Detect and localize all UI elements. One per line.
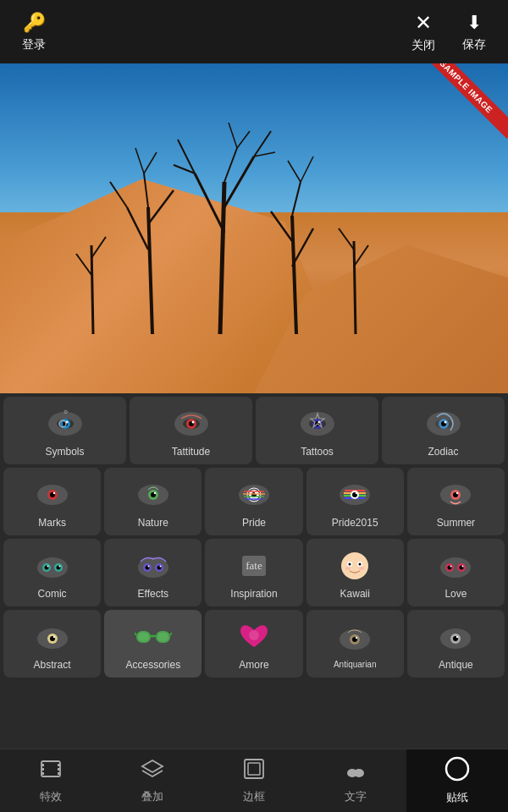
- close-icon: ✕: [415, 11, 432, 35]
- svg-line-26: [91, 245, 93, 334]
- sticker-marks[interactable]: Marks: [3, 468, 101, 535]
- close-button[interactable]: ✕ 关闭: [398, 4, 449, 60]
- layers-icon: [141, 757, 164, 786]
- sticker-summer[interactable]: Summer: [407, 468, 505, 535]
- dead-trees: [51, 80, 389, 334]
- save-button[interactable]: ⬇ 保存: [449, 5, 500, 59]
- svg-rect-139: [248, 763, 260, 775]
- svg-rect-135: [58, 764, 60, 766]
- nav-text[interactable]: 文字: [305, 749, 406, 812]
- svg-line-11: [127, 207, 148, 250]
- svg-point-59: [154, 492, 156, 494]
- sticker-love[interactable]: Love: [407, 539, 505, 606]
- sticker-inspiration[interactable]: fate Inspiration: [205, 539, 302, 606]
- svg-point-103: [359, 567, 364, 570]
- sticker-kawaii-label: Kawaii: [340, 588, 370, 600]
- sticker-kawaii[interactable]: Kawaii: [306, 539, 404, 606]
- svg-point-122: [249, 630, 259, 640]
- svg-point-81: [37, 557, 68, 578]
- svg-rect-121: [157, 633, 168, 641]
- svg-point-107: [450, 565, 452, 567]
- sticker-tattitude-label: Tattitude: [172, 446, 210, 458]
- svg-rect-132: [41, 764, 44, 766]
- svg-line-24: [354, 245, 368, 266]
- svg-rect-120: [138, 633, 149, 641]
- nav-effects-label: 特效: [40, 789, 62, 804]
- sticker-tattoos-label: Tattoos: [301, 446, 334, 458]
- save-icon: ⬇: [467, 12, 482, 34]
- nav-effects[interactable]: 特效: [0, 749, 102, 812]
- nav-overlay[interactable]: 叠加: [102, 749, 203, 812]
- sticker-tattoos[interactable]: Tattoos: [256, 397, 378, 464]
- sticker-pride[interactable]: Pride: [205, 468, 302, 535]
- svg-point-84: [47, 565, 48, 567]
- sample-image: SAMPLE IMAGE: [0, 63, 508, 393]
- top-bar: 🔑 登录 ✕ 关闭 ⬇ 保存: [0, 0, 508, 63]
- sticker-antique-label: Antique: [439, 659, 473, 671]
- nav-frame-label: 边框: [243, 789, 265, 804]
- sticker-pride2015[interactable]: Pride2015: [306, 468, 404, 535]
- sticker-grid: ⚙ Symbols Tattitude Tattoos Zodiac: [0, 393, 508, 678]
- svg-line-27: [76, 254, 91, 275]
- svg-point-142: [446, 758, 468, 780]
- sticker-comic-label: Comic: [38, 588, 67, 600]
- svg-point-126: [356, 637, 357, 639]
- svg-point-100: [349, 562, 351, 565]
- svg-line-23: [354, 241, 356, 334]
- svg-point-40: [191, 420, 194, 423]
- svg-line-14: [144, 173, 148, 207]
- sticker-amore[interactable]: Amore: [205, 610, 302, 678]
- svg-line-18: [292, 228, 313, 266]
- svg-line-9: [237, 131, 250, 148]
- svg-line-25: [339, 228, 354, 250]
- svg-line-21: [301, 156, 313, 182]
- svg-line-5: [254, 131, 271, 156]
- svg-point-76: [356, 492, 357, 494]
- grid-row-1: ⚙ Symbols Tattitude Tattoos Zodiac: [3, 397, 505, 464]
- svg-line-8: [229, 123, 237, 148]
- login-button[interactable]: 🔑 登录: [8, 5, 59, 59]
- sticker-comic[interactable]: Comic: [3, 539, 101, 606]
- svg-line-1: [195, 173, 224, 233]
- sticker-tattitude[interactable]: Tattitude: [130, 397, 252, 464]
- sticker-accessories[interactable]: Accessories: [104, 610, 202, 678]
- svg-point-130: [456, 636, 458, 638]
- svg-point-104: [440, 557, 471, 578]
- svg-point-55: [52, 492, 54, 494]
- sticker-pride-label: Pride: [242, 517, 266, 529]
- text-icon: [344, 757, 367, 786]
- sticker-nature[interactable]: Nature: [104, 468, 202, 535]
- sticker-antiquarian[interactable]: Antiquarian: [306, 610, 404, 678]
- sticker-nature-label: Nature: [138, 517, 168, 529]
- sticker-abstract[interactable]: Abstract: [3, 610, 101, 678]
- svg-line-7: [224, 148, 237, 182]
- nav-text-label: 文字: [345, 789, 367, 804]
- sticker-symbols-label: Symbols: [45, 446, 84, 458]
- close-label: 关闭: [411, 38, 435, 53]
- sticker-summer-label: Summer: [437, 517, 475, 529]
- svg-point-114: [52, 636, 54, 638]
- sticker-accessories-label: Accessories: [125, 659, 180, 671]
- svg-rect-133: [41, 768, 44, 771]
- svg-rect-137: [58, 772, 60, 775]
- sticker-zodiac-label: Zodiac: [428, 446, 458, 458]
- svg-point-87: [58, 565, 60, 567]
- svg-point-91: [147, 565, 149, 567]
- svg-line-118: [135, 633, 136, 635]
- sticker-effects[interactable]: Effects: [104, 539, 202, 606]
- grid-row-2: Marks Nature Pride Pride2015: [3, 468, 505, 535]
- svg-line-4: [224, 156, 254, 207]
- svg-line-13: [148, 190, 174, 224]
- svg-line-15: [135, 148, 144, 173]
- sticker-effects-label: Effects: [138, 588, 168, 600]
- svg-line-17: [292, 216, 296, 334]
- svg-point-97: [341, 552, 368, 579]
- nav-sticker[interactable]: 贴纸: [406, 749, 508, 812]
- svg-point-51: [444, 420, 446, 423]
- nav-frame[interactable]: 边框: [203, 749, 305, 812]
- sticker-zodiac[interactable]: Zodiac: [382, 397, 505, 464]
- svg-point-110: [462, 565, 464, 567]
- sticker-symbols[interactable]: ⚙ Symbols: [3, 397, 126, 464]
- sticker-antique[interactable]: Antique: [407, 610, 505, 678]
- svg-point-102: [345, 567, 351, 570]
